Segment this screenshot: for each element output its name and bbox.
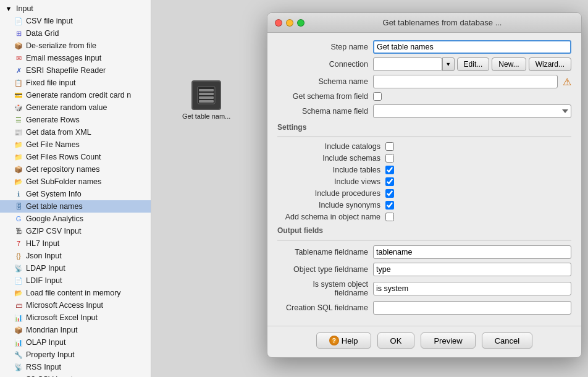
include-schemas-checkbox[interactable] — [385, 154, 394, 163]
warn-icon: ⚠ — [563, 76, 571, 88]
schema-field-select[interactable] — [373, 104, 571, 118]
tree-item-deserialize[interactable]: 📦De-serialize from file — [0, 40, 151, 52]
objecttype-fn-input[interactable] — [373, 263, 571, 276]
preview-button[interactable]: Preview — [421, 333, 475, 349]
output-divider — [277, 240, 571, 240]
wizard-button[interactable]: Wizard... — [529, 57, 571, 71]
tree-item-data-grid[interactable]: ⊞Data Grid — [0, 27, 151, 40]
item-icon-s3-csv: ☁ — [14, 375, 23, 377]
tree-item-mondrian[interactable]: 📦Mondrian Input — [0, 324, 151, 336]
schema-field-control — [373, 104, 571, 118]
tree-item-get-file-names[interactable]: 📁Get File Names — [0, 138, 151, 151]
item-icon-load-file: 📂 — [14, 288, 23, 298]
tree-item-s3-csv[interactable]: ☁S3 CSV Input — [0, 373, 151, 377]
connection-input[interactable] — [373, 57, 442, 71]
schema-field-row: Schema name field — [277, 104, 571, 118]
item-label-email-input: Email messages input — [26, 54, 101, 62]
dialog-footer: ? Help OK Preview Cancel — [267, 326, 581, 357]
item-icon-gen-credit: 💳 — [14, 90, 23, 100]
left-panel: ▼ Input 📄CSV file input⊞Data Grid📦De-ser… — [0, 0, 151, 377]
issystem-fn-control — [373, 282, 571, 295]
item-label-fixed-file: Fixed file input — [26, 78, 76, 87]
tree-item-csv-file-input[interactable]: 📄CSV file input — [0, 15, 151, 27]
tree-item-property-input[interactable]: 🔧Property Input — [0, 349, 151, 361]
include-schemas-label: Include schemas — [277, 154, 385, 163]
item-icon-esri: ✗ — [14, 66, 23, 75]
tree-root-item-input[interactable]: ▼ Input — [0, 2, 151, 15]
tree-item-excel-input[interactable]: 📊Microsoft Excel Input — [0, 311, 151, 324]
item-icon-property-input: 🔧 — [14, 350, 23, 360]
tree-item-gen-rows[interactable]: ☰Generate Rows — [0, 114, 151, 126]
output-header: Output fields — [277, 226, 571, 235]
help-button[interactable]: ? Help — [316, 333, 371, 349]
tree-item-ldif-input[interactable]: 📄LDIF Input — [0, 274, 151, 287]
item-icon-olap: 📊 — [14, 337, 23, 347]
edit-button[interactable]: Edit... — [457, 57, 490, 71]
svg-rect-1 — [199, 89, 214, 91]
issystem-fn-label: Is system object fieldname — [277, 280, 373, 297]
tree-item-gen-random[interactable]: 🎲Generate random value — [0, 101, 151, 114]
tree-item-olap[interactable]: 📊OLAP Input — [0, 336, 151, 349]
tree-item-hl7[interactable]: 7HL7 Input — [0, 237, 151, 250]
tree-item-get-repo[interactable]: 📦Get repository names — [0, 163, 151, 176]
item-label-json-input: Json Input — [26, 252, 62, 260]
item-icon-get-sysinfo: ℹ — [14, 189, 23, 199]
tree-item-json-input[interactable]: {}Json Input — [0, 250, 151, 262]
add-schema-label: Add schema in object name — [277, 213, 385, 221]
tree-item-gzip-csv[interactable]: 🗜GZIP CSV Input — [0, 225, 151, 237]
tree-item-fixed-file[interactable]: 📋Fixed file input — [0, 77, 151, 89]
tree-item-esri[interactable]: ✗ESRI Shapefile Reader — [0, 64, 151, 77]
include-procedures-checkbox[interactable] — [385, 189, 394, 198]
include-synonyms-checkbox[interactable] — [385, 201, 394, 210]
minimize-button[interactable] — [286, 19, 293, 27]
close-button[interactable] — [275, 19, 282, 27]
tree-item-ldap-input[interactable]: 📡LDAP Input — [0, 262, 151, 274]
tablename-fn-input[interactable] — [373, 245, 571, 259]
schema-name-input[interactable] — [373, 75, 558, 88]
item-icon-email-input: ✉ — [14, 53, 23, 63]
tree-item-get-xml[interactable]: 📰Get data from XML — [0, 126, 151, 138]
tree-item-get-files-rows[interactable]: 📁Get Files Rows Count — [0, 151, 151, 163]
issystem-fn-input[interactable] — [373, 282, 571, 295]
include-schemas-row: Include schemas — [277, 154, 571, 163]
svg-rect-4 — [199, 100, 214, 103]
step-name-input[interactable] — [373, 40, 571, 54]
creationsql-fn-input[interactable] — [373, 301, 571, 315]
new-button[interactable]: New... — [492, 57, 526, 71]
root-label: Input — [16, 4, 33, 13]
item-label-excel-input: Microsoft Excel Input — [26, 313, 98, 322]
include-views-checkbox[interactable] — [385, 177, 394, 186]
tree-item-get-sysinfo[interactable]: ℹGet System Info — [0, 188, 151, 200]
item-icon-msaccess: 🗃 — [14, 300, 23, 310]
include-catalogs-checkbox[interactable] — [385, 142, 394, 151]
item-label-gen-credit: Generate random credit card n — [26, 91, 131, 100]
item-icon-fixed-file: 📋 — [14, 78, 23, 88]
get-schema-control — [373, 92, 571, 101]
dialog: Get tablenames from database ... Step na… — [267, 12, 582, 358]
item-icon-ldif-input: 📄 — [14, 276, 23, 286]
tree-item-gen-credit[interactable]: 💳Generate random credit card n — [0, 89, 151, 101]
canvas-item[interactable]: Get table nam... — [182, 80, 230, 120]
get-schema-row: Get schema from field — [277, 92, 571, 101]
tree-item-rss-input[interactable]: 📡RSS Input — [0, 361, 151, 373]
maximize-button[interactable] — [297, 19, 304, 27]
step-name-label: Step name — [277, 43, 373, 51]
get-schema-checkbox[interactable] — [373, 92, 382, 101]
item-label-load-file: Load file content in memory — [26, 289, 121, 297]
tree-item-msaccess[interactable]: 🗃Microsoft Access Input — [0, 299, 151, 311]
include-synonyms-label: Include synonyms — [277, 201, 385, 210]
item-icon-excel-input: 📊 — [14, 313, 23, 323]
include-tables-checkbox[interactable] — [385, 166, 394, 174]
item-label-hl7: HL7 Input — [26, 239, 59, 248]
tree-item-get-table-names[interactable]: 🗄Get table names — [0, 200, 151, 213]
tree-item-load-file[interactable]: 📂Load file content in memory — [0, 287, 151, 299]
cancel-button[interactable]: Cancel — [482, 333, 532, 349]
tree-item-google-analytics[interactable]: GGoogle Analytics — [0, 213, 151, 225]
connection-dropdown-btn[interactable]: ▼ — [442, 57, 455, 71]
tree-items-container: 📄CSV file input⊞Data Grid📦De-serialize f… — [0, 15, 151, 377]
ok-button[interactable]: OK — [377, 333, 415, 349]
tree-item-get-subfolder[interactable]: 📂Get SubFolder names — [0, 176, 151, 188]
tablename-fn-control — [373, 245, 571, 259]
tree-item-email-input[interactable]: ✉Email messages input — [0, 52, 151, 64]
add-schema-checkbox[interactable] — [385, 213, 394, 221]
